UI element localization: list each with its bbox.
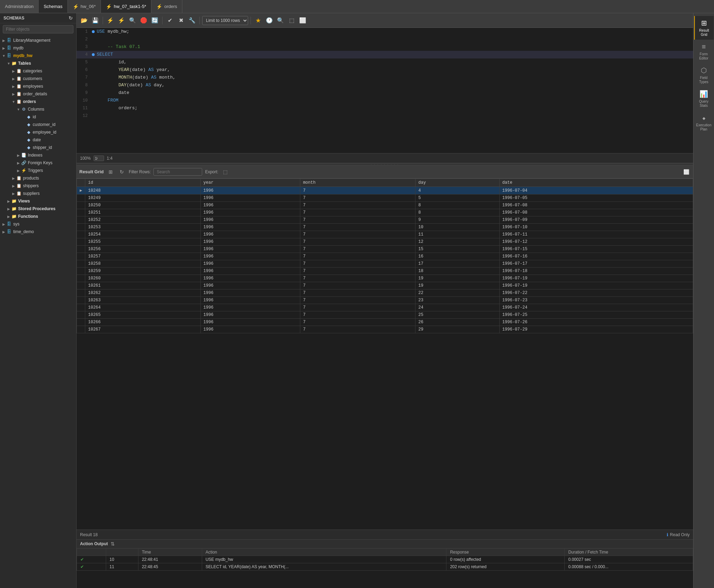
tree-item-time-demo[interactable]: ▶ 🗄 time_demo: [0, 228, 76, 236]
tree-item-columns-folder[interactable]: ▼ ⚙ Columns: [0, 105, 76, 113]
result-table-header-row: id year month day date: [77, 179, 693, 187]
history-button[interactable]: 🕐: [264, 16, 274, 25]
tree-item-views[interactable]: ▶ 📁 Views: [0, 197, 76, 205]
more-button[interactable]: ⬜: [298, 16, 308, 25]
open-file-button[interactable]: 📂: [79, 16, 89, 25]
cancel-button[interactable]: ✖: [176, 16, 186, 25]
chevron-right-icon-supp: ▶: [11, 192, 16, 196]
table-row[interactable]: 10267 1996 7 29 1996-07-29: [77, 326, 693, 333]
result-grid-label: Result Grid: [79, 169, 104, 174]
line-num-3: 3: [77, 43, 91, 51]
right-sidebar-field-types-button[interactable]: ⬡ FieldTypes: [694, 63, 714, 87]
table-row[interactable]: 10254 1996 7 11 1996-07-11: [77, 231, 693, 238]
tree-item-categories[interactable]: ▶ 📋 categories: [0, 67, 76, 75]
table-row[interactable]: 10255 1996 7 12 1996-07-12: [77, 238, 693, 246]
tree-item-sys[interactable]: ▶ 🗄 sys: [0, 220, 76, 228]
right-sidebar-query-stats-button[interactable]: 📊 QueryStats: [694, 87, 714, 111]
tree-item-col-date[interactable]: ◆ date: [0, 136, 76, 144]
inspector-button[interactable]: ⬚: [287, 16, 296, 25]
tree-item-col-id[interactable]: ◆ id: [0, 113, 76, 121]
filter-input[interactable]: [3, 25, 73, 33]
tree-item-products[interactable]: ▶ 📋 products: [0, 174, 76, 182]
limit-rows-select[interactable]: Limit to 1000 rows Limit to 10 rows Limi…: [202, 16, 248, 25]
zoom-spinner[interactable]: [94, 156, 104, 161]
tree-item-col-employee-id[interactable]: ◆ employee_id: [0, 128, 76, 136]
action-col-action: Action: [202, 549, 446, 556]
tree-item-functions[interactable]: ▶ 📁 Functions: [0, 213, 76, 220]
refresh-icon[interactable]: ↻: [69, 15, 73, 21]
export-button[interactable]: ⬚: [221, 168, 229, 176]
row-year: 1996: [200, 209, 300, 216]
table-row[interactable]: 10260 1996 7 19 1996-07-19: [77, 275, 693, 282]
result-refresh-button[interactable]: ↻: [118, 168, 126, 176]
action-output-toggle[interactable]: ⇅: [111, 541, 115, 547]
save-button[interactable]: 💾: [90, 16, 100, 25]
tree-item-customers[interactable]: ▶ 📋 customers: [0, 75, 76, 82]
col-icon-customer-id: ◆: [26, 122, 31, 127]
expand-result-button[interactable]: ⬜: [682, 168, 690, 176]
tree-item-librarymanagement[interactable]: ▶ 🗄 LibraryManagement: [0, 37, 76, 44]
row-date: 1996-07-29: [499, 326, 693, 333]
tab-hw07[interactable]: ⚡ hw_07_task1-5*: [101, 0, 151, 13]
table-row[interactable]: 10257 1996 7 16 1996-07-16: [77, 253, 693, 260]
code-editor[interactable]: 1 USE mydb_hw; 2 3 -- Task 07.1: [77, 28, 693, 153]
table-row[interactable]: 10252 1996 7 9 1996-07-09: [77, 216, 693, 224]
search-toolbar-button[interactable]: 🔍: [276, 16, 285, 25]
table-row[interactable]: 10264 1996 7 24 1996-07-24: [77, 304, 693, 311]
favorite-button[interactable]: ★: [253, 16, 263, 25]
row-date: 1996-07-10: [499, 224, 693, 231]
format-button[interactable]: 🔧: [187, 16, 197, 25]
tree-item-mydb[interactable]: ▶ 🗄 mydb: [0, 44, 76, 52]
table-row[interactable]: 10251 1996 7 8 1996-07-08: [77, 209, 693, 216]
tree-item-orders[interactable]: ▼ 📋 orders: [0, 98, 76, 105]
tree-item-stored-procedures[interactable]: ▶ 📁 Stored Procedures: [0, 205, 76, 213]
check-button[interactable]: ✔: [165, 16, 175, 25]
table-row[interactable]: 10259 1996 7 18 1996-07-18: [77, 268, 693, 275]
tree-item-suppliers[interactable]: ▶ 📋 suppliers: [0, 190, 76, 197]
table-row[interactable]: 10249 1996 7 5 1996-07-05: [77, 194, 693, 202]
explain-button[interactable]: 🔍: [128, 16, 137, 25]
execute-selection-button[interactable]: ⚡: [117, 16, 126, 25]
result-grid-toggle-button[interactable]: ⊞: [106, 168, 115, 176]
tab-administration[interactable]: Administration: [0, 0, 39, 13]
table-row[interactable]: 10265 1996 7 25 1996-07-25: [77, 311, 693, 319]
tree-item-tables[interactable]: ▼ 📁 Tables: [0, 59, 76, 67]
table-row[interactable]: ▶ 10248 1996 7 4 1996-07-04: [77, 187, 693, 194]
tree-item-foreign-keys[interactable]: ▶ 🔗 Foreign Keys: [0, 159, 76, 167]
tab-schemas[interactable]: Schemas: [39, 0, 68, 13]
tree-item-order-details[interactable]: ▶ 📋 order_details: [0, 90, 76, 98]
col-header-year: year: [200, 179, 300, 187]
right-sidebar-execution-plan-button[interactable]: ⬥ ExecutionPlan: [694, 111, 714, 134]
tree-item-employees[interactable]: ▶ 📋 employees: [0, 82, 76, 90]
tree-item-indexes[interactable]: ▶ 📑 Indexes: [0, 151, 76, 159]
tab-hw06[interactable]: ⚡ hw_06*: [68, 0, 101, 13]
right-sidebar-form-editor-button[interactable]: ≡ FormEditor: [694, 40, 714, 63]
right-sidebar-result-grid-button[interactable]: ⊞ ResultGrid: [694, 16, 714, 40]
tree-item-col-shipper-id[interactable]: ◆ shipper_id: [0, 144, 76, 151]
row-day: 18: [415, 268, 499, 275]
result-search-input[interactable]: [153, 168, 202, 176]
toggle-button[interactable]: 🔄: [150, 16, 160, 25]
table-row[interactable]: 10256 1996 7 15 1996-07-15: [77, 246, 693, 253]
table-row[interactable]: 10262 1996 7 22 1996-07-22: [77, 289, 693, 297]
table-row[interactable]: 10258 1996 7 17 1996-07-17: [77, 260, 693, 268]
col-icon-shipper-id: ◆: [26, 145, 31, 150]
result-table-wrap[interactable]: id year month day date ▶ 10248 1996 7 4 …: [77, 178, 693, 530]
tree-item-shippers[interactable]: ▶ 📋 shippers: [0, 182, 76, 190]
tree-item-col-customer-id[interactable]: ◆ customer_id: [0, 121, 76, 128]
tree-item-triggers[interactable]: ▶ ⚡ Triggers: [0, 167, 76, 174]
tree-item-mydb-hw[interactable]: ▼ 🗄 mydb_hw: [0, 52, 76, 59]
stop-button[interactable]: 🛑: [139, 16, 149, 25]
row-month: 7: [300, 253, 415, 260]
table-row[interactable]: 10261 1996 7 19 1996-07-19: [77, 282, 693, 289]
action-table: Time Action Response Duration / Fetch Ti…: [77, 548, 693, 571]
table-row[interactable]: 10253 1996 7 10 1996-07-10: [77, 224, 693, 231]
line-num-8: 8: [77, 81, 91, 89]
execute-button[interactable]: ⚡: [105, 16, 115, 25]
table-row[interactable]: 10266 1996 7 26 1996-07-26: [77, 319, 693, 326]
action-row-time: 22:48:45: [138, 563, 202, 571]
line-code-6: YEAR(date) AS year,: [95, 66, 693, 74]
table-row[interactable]: 10263 1996 7 23 1996-07-23: [77, 297, 693, 304]
tab-orders[interactable]: ⚡ orders: [151, 0, 182, 13]
table-row[interactable]: 10250 1996 7 8 1996-07-08: [77, 202, 693, 209]
